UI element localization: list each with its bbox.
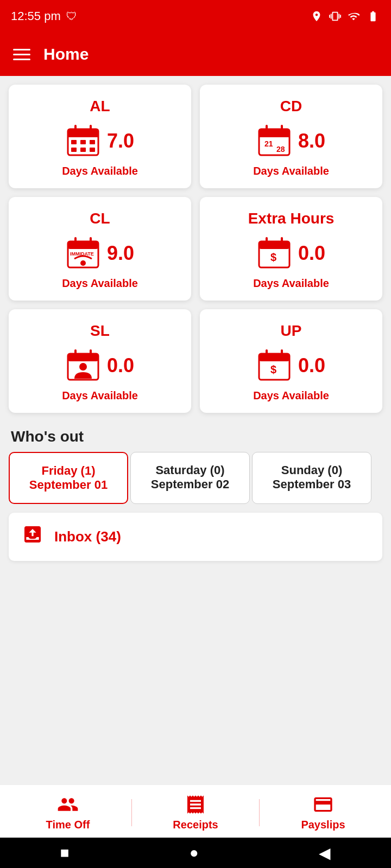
card-icon: [312, 794, 334, 815]
svg-rect-19: [68, 241, 98, 249]
svg-text:$: $: [270, 251, 276, 263]
day-1-name: Saturday (0): [140, 463, 241, 477]
vibrate-icon: [329, 10, 341, 22]
wifi-icon: [348, 10, 360, 22]
card-cd-sublabel: Days Available: [253, 165, 329, 177]
svg-rect-25: [259, 241, 289, 249]
card-cl-label: CL: [90, 210, 110, 227]
cards-grid: AL 7.0 Days Available: [9, 85, 382, 413]
day-2-name: Sunday (0): [261, 463, 362, 477]
inbox-svg-icon: [22, 524, 43, 545]
card-al-icon-value: 7.0: [66, 124, 134, 158]
nav-divider-1: [131, 799, 132, 826]
card-up-value: 0.0: [298, 354, 325, 377]
svg-rect-35: [259, 354, 289, 361]
whos-out-title: Who's out: [9, 422, 382, 452]
app-header: Home: [0, 33, 391, 76]
svg-rect-8: [90, 148, 95, 152]
card-up-sublabel: Days Available: [253, 390, 329, 402]
day-card-1[interactable]: Saturday (0) September 02: [130, 452, 250, 504]
people-icon: [57, 794, 79, 815]
receipt-icon: [185, 794, 206, 815]
card-al-label: AL: [90, 98, 110, 115]
day-2-date: September 03: [261, 477, 362, 492]
svg-rect-30: [68, 354, 98, 361]
day-0-date: September 01: [18, 478, 118, 492]
svg-rect-4: [80, 140, 86, 144]
svg-text:$: $: [270, 363, 276, 375]
card-extra-hours-icon-value: $ 0.0: [257, 236, 325, 271]
android-home-button[interactable]: ●: [190, 844, 199, 861]
card-extra-hours[interactable]: Extra Hours $ 0.0 Days Available: [200, 197, 382, 301]
svg-rect-6: [71, 148, 77, 152]
svg-point-31: [79, 363, 87, 371]
calendar-person-icon: [66, 348, 100, 383]
nav-receipts-label: Receipts: [173, 819, 218, 831]
menu-button[interactable]: [13, 49, 30, 60]
card-up[interactable]: UP $ 0.0 Days Available: [200, 309, 382, 413]
card-sl-label: SL: [90, 322, 110, 340]
status-icons: [311, 10, 380, 22]
svg-text:28: 28: [276, 145, 285, 154]
battery-icon: [366, 10, 380, 22]
card-al-sublabel: Days Available: [62, 165, 138, 177]
android-nav-bar: ■ ● ◀: [0, 838, 391, 868]
svg-point-21: [80, 260, 86, 266]
card-cd-label: CD: [280, 98, 302, 115]
calendar-dollar2-icon: $: [257, 348, 292, 383]
calendar-grid-icon: [66, 124, 100, 158]
card-cd[interactable]: CD 21 28 8.0 Days Available: [200, 85, 382, 188]
svg-rect-5: [90, 140, 95, 144]
android-recents-button[interactable]: ◀: [319, 844, 331, 862]
nav-divider-2: [259, 799, 260, 826]
nav-payslips-label: Payslips: [301, 819, 345, 831]
card-sl-sublabel: Days Available: [62, 390, 138, 402]
bottom-nav: Time Off Receipts Payslips: [0, 784, 391, 838]
card-al[interactable]: AL 7.0 Days Available: [9, 85, 191, 188]
nav-time-off[interactable]: Time Off: [4, 794, 131, 831]
card-up-label: UP: [281, 322, 302, 340]
card-cl-icon-value: IMMIDATE 9.0: [66, 236, 134, 271]
card-sl-value: 0.0: [107, 354, 134, 377]
nav-receipts[interactable]: Receipts: [132, 794, 259, 831]
svg-rect-12: [259, 129, 289, 137]
inbox-icon: [22, 524, 43, 550]
main-content: AL 7.0 Days Available: [0, 76, 391, 649]
card-cd-value: 8.0: [298, 130, 325, 152]
location-icon: [311, 10, 323, 22]
card-cl-sublabel: Days Available: [62, 277, 138, 290]
nav-time-off-label: Time Off: [46, 819, 90, 831]
svg-rect-3: [71, 140, 77, 144]
nav-payslips[interactable]: Payslips: [260, 794, 387, 831]
svg-text:21: 21: [264, 139, 273, 148]
day-card-2[interactable]: Sunday (0) September 03: [252, 452, 371, 504]
card-cd-icon-value: 21 28 8.0: [257, 124, 325, 158]
days-scroll[interactable]: Friday (1) September 01 Saturday (0) Sep…: [9, 452, 382, 504]
card-extra-hours-label: Extra Hours: [248, 210, 335, 227]
status-app-icon: 🛡: [66, 10, 77, 23]
card-al-value: 7.0: [107, 130, 134, 152]
card-cl[interactable]: CL IMMIDATE 9.0 Days Available: [9, 197, 191, 301]
card-cl-value: 9.0: [107, 242, 134, 265]
inbox-label: Inbox (34): [54, 528, 121, 545]
svg-rect-1: [68, 129, 98, 137]
status-time: 12:55 pm 🛡: [11, 9, 77, 23]
whos-out-section: Who's out Friday (1) September 01 Saturd…: [9, 422, 382, 561]
calendar-immediate-icon: IMMIDATE: [66, 236, 100, 271]
card-extra-hours-sublabel: Days Available: [253, 277, 329, 290]
calendar-dollar-icon: $: [257, 236, 292, 271]
day-1-date: September 02: [140, 477, 241, 492]
card-up-icon-value: $ 0.0: [257, 348, 325, 383]
calendar-numbered-icon: 21 28: [257, 124, 292, 158]
page-title: Home: [43, 45, 89, 63]
card-sl-icon-value: 0.0: [66, 348, 134, 383]
svg-rect-7: [80, 148, 86, 152]
android-back-button[interactable]: ■: [60, 844, 70, 861]
day-0-name: Friday (1): [18, 464, 118, 478]
status-bar: 12:55 pm 🛡: [0, 0, 391, 33]
card-extra-hours-value: 0.0: [298, 242, 325, 265]
card-sl[interactable]: SL 0.0 Days Available: [9, 309, 191, 413]
inbox-bar[interactable]: Inbox (34): [9, 513, 382, 561]
day-card-0[interactable]: Friday (1) September 01: [9, 452, 128, 504]
